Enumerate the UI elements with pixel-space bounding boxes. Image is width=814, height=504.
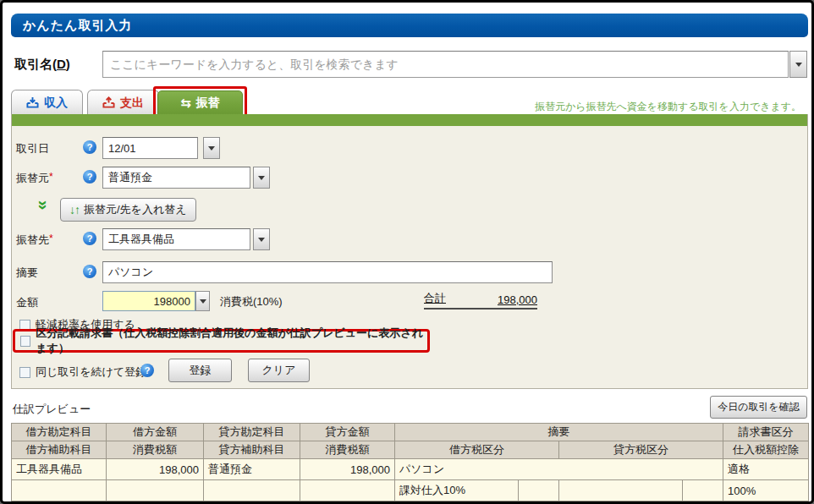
double-chevron-down-icon: » <box>36 200 53 211</box>
memo-help-icon[interactable]: ? <box>83 265 96 278</box>
chevron-down-icon <box>200 299 206 304</box>
memo-label: 摘要 <box>16 266 38 281</box>
cell-debit-sub <box>12 480 107 501</box>
date-label: 取引日 <box>16 141 49 156</box>
chevron-down-icon <box>795 63 802 67</box>
amount-dropdown-button[interactable] <box>195 291 210 311</box>
invoice-checkbox-label: 区分記載請求書（仕入税額控除割合適用後の金額が仕訳プレビューに表示されます） <box>36 326 427 356</box>
table-row: 課対仕入10% 100% <box>12 480 809 501</box>
date-input[interactable] <box>102 137 198 159</box>
expense-icon <box>102 96 115 109</box>
col-header: 借方金額 <box>107 424 204 441</box>
amount-input[interactable] <box>102 291 195 311</box>
cell-spacer <box>519 480 559 501</box>
cell-credit-account: 普通預金 <box>204 459 300 480</box>
swap-source-dest-button[interactable]: ↓↑ 振替元/先を入れ替え <box>60 198 196 222</box>
col-header: 借方補助科目 <box>12 441 107 459</box>
col-header: 借方税区分 <box>395 441 559 459</box>
invoice-checkbox[interactable] <box>20 336 30 347</box>
search-input[interactable] <box>102 51 789 78</box>
col-header: 請求書区分 <box>723 424 809 441</box>
income-icon <box>26 96 39 109</box>
source-input[interactable] <box>102 167 250 189</box>
total-label: 合計 <box>424 291 446 306</box>
continue-help-icon[interactable]: ? <box>140 364 154 377</box>
swap-button-label: 振替元/先を入れ替え <box>84 202 187 217</box>
source-dropdown-button[interactable] <box>253 167 270 189</box>
page-title: かんたん取引入力 <box>11 14 808 37</box>
dest-label: 振替先* <box>16 233 53 248</box>
col-header: 貸方補助科目 <box>204 441 300 459</box>
cell-memo: パソコン <box>395 459 723 480</box>
register-button[interactable]: 登録 <box>168 359 232 382</box>
transaction-name-label: 取引名(D) <box>14 57 70 73</box>
cell-spacer <box>683 480 723 501</box>
total-value: 198,000 <box>498 293 537 306</box>
tax-rate-note: 消費税(10%) <box>220 294 283 310</box>
transfer-icon: ⇆ <box>180 96 191 109</box>
amount-label: 金額 <box>16 295 38 310</box>
journal-preview-table: 借方勘定科目 借方金額 貸方勘定科目 貸方金額 摘要 請求書区分 借方補助科目 … <box>11 423 809 501</box>
source-help-icon[interactable]: ? <box>83 170 96 184</box>
accesskey: D <box>57 57 66 71</box>
chevron-down-icon <box>258 176 265 180</box>
col-header: 貸方金額 <box>300 424 395 441</box>
col-header: 借方勘定科目 <box>12 424 107 441</box>
continue-row: 同じ取引を続けて登録 <box>19 364 146 380</box>
tab-income[interactable]: 収入 <box>11 90 83 115</box>
col-header: 摘要 <box>395 424 723 441</box>
dest-help-icon[interactable]: ? <box>83 232 96 245</box>
annotation-transfer-tab: ⇆ 振替 <box>153 86 247 118</box>
continue-checkbox[interactable] <box>19 367 30 378</box>
col-header: 貸方勘定科目 <box>204 424 300 441</box>
cell-debit-amount: 198,000 <box>107 459 204 480</box>
tab-income-label: 収入 <box>44 96 68 111</box>
chevron-down-icon <box>208 146 215 151</box>
cell-credit-amount: 198,000 <box>300 459 395 480</box>
required-mark: * <box>49 171 53 183</box>
table-header-row-2: 借方補助科目 消費税額 貸方補助科目 消費税額 借方税区分 貸方税区分 仕入税額… <box>12 441 809 459</box>
date-dropdown-button[interactable] <box>203 137 220 159</box>
clear-button[interactable]: クリア <box>248 359 310 382</box>
tab-expense[interactable]: 支出 <box>87 90 159 115</box>
col-header: 消費税額 <box>107 441 204 459</box>
tab-transfer-label: 振替 <box>196 96 220 111</box>
col-header: 貸方税区分 <box>559 441 723 459</box>
date-help-icon[interactable]: ? <box>83 140 96 154</box>
tab-help-text: 振替元から振替先へ資金を移動する取引を入力できます。 <box>535 100 801 114</box>
cell-debit-tax-amount <box>107 480 204 501</box>
dest-input[interactable] <box>102 228 250 250</box>
cell-credit-tax-class <box>559 480 683 501</box>
swap-arrows-icon: ↓↑ <box>69 203 80 216</box>
total-box: 合計 198,000 <box>424 290 537 310</box>
dest-dropdown-button[interactable] <box>253 228 270 250</box>
chevron-down-icon <box>258 238 265 242</box>
continue-label: 同じ取引を続けて登録 <box>36 364 146 380</box>
cell-debit-tax-class: 課対仕入10% <box>395 480 519 501</box>
panel-green-bar <box>12 114 807 126</box>
search-dropdown-button[interactable] <box>789 51 807 78</box>
cell-debit-account: 工具器具備品 <box>12 459 107 480</box>
app-window: かんたん取引入力 取引名(D) 収入 支出 ⇆ 振替 振替元から振替先へ資金を移… <box>0 0 814 504</box>
today-transactions-button[interactable]: 今日の取引を確認 <box>710 396 807 419</box>
source-label: 振替元* <box>16 171 53 186</box>
annotation-invoice-checkbox: 区分記載請求書（仕入税額控除割合適用後の金額が仕訳プレビューに表示されます） <box>13 329 430 353</box>
preview-title: 仕訳プレビュー <box>13 402 91 417</box>
required-mark: * <box>49 233 53 244</box>
memo-input[interactable] <box>102 261 553 283</box>
cell-deduction: 100% <box>723 480 809 501</box>
cell-credit-tax-amount <box>300 480 395 501</box>
tab-expense-label: 支出 <box>120 96 144 111</box>
table-header-row-1: 借方勘定科目 借方金額 貸方勘定科目 貸方金額 摘要 請求書区分 <box>12 424 809 441</box>
col-header: 仕入税額控除 <box>723 441 809 459</box>
table-row: 工具器具備品 198,000 普通預金 198,000 パソコン 適格 <box>12 459 809 480</box>
col-header: 消費税額 <box>300 441 395 459</box>
cell-invoice-class: 適格 <box>723 459 809 480</box>
tab-transfer[interactable]: ⇆ 振替 <box>157 90 243 115</box>
cell-credit-sub <box>204 480 300 501</box>
